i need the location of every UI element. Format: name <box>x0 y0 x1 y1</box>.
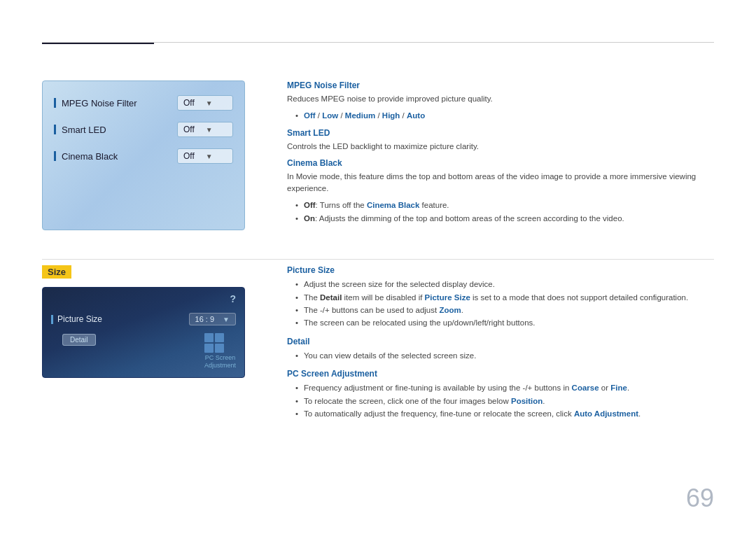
bullet-ps-1: Adjust the screen size for the selected … <box>295 278 714 290</box>
heading-picture-size: Picture Size <box>287 265 714 275</box>
menu-label-smart-led: Smart LED <box>62 125 106 135</box>
dropdown-value-cinema-black: Off <box>183 151 195 161</box>
content-area-lower: Picture Size Adjust the screen size for … <box>287 265 714 426</box>
heading-pc-screen: PC Screen Adjustment <box>287 369 714 379</box>
section-picture-size: Picture Size Adjust the screen size for … <box>287 265 714 330</box>
menu-item-smart-led: Smart LED Off ▼ <box>54 122 233 137</box>
text-cinema-black: In Movie mode, this feature dims the top… <box>287 171 714 195</box>
menu-panel-upper: MPEG Noise Filter Off ▼ Smart LED Off ▼ <box>42 80 245 230</box>
menu-item-cinema-black: Cinema Black Off ▼ <box>54 148 233 164</box>
size-menu-panel: ? Picture Size 16 : 9 ▼ Detail <box>42 287 245 378</box>
dropdown-value-mpeg: Off <box>183 98 195 108</box>
coarse-link: Coarse <box>572 384 599 392</box>
heading-mpeg: MPEG Noise Filter <box>287 80 714 90</box>
chevron-down-icon: ▼ <box>206 153 213 160</box>
heading-detail: Detail <box>287 337 714 346</box>
page-container: MPEG Noise Filter Off ▼ Smart LED Off ▼ <box>0 0 756 534</box>
bullet-pc-2: To relocate the screen, click one of the… <box>295 395 714 407</box>
icon-quad-4 <box>215 344 224 353</box>
mpeg-option-high: High <box>382 111 400 120</box>
text-mpeg: Reduces MPEG noise to provide improved p… <box>287 93 714 105</box>
sep1: / <box>316 111 323 120</box>
picture-size-link: Picture Size <box>425 293 470 302</box>
question-mark-icon: ? <box>230 293 236 304</box>
menu-label-cinema-black: Cinema Black <box>62 151 118 162</box>
menu-item-mpeg: MPEG Noise Filter Off ▼ <box>54 95 233 111</box>
chevron-down-icon: ▼ <box>206 99 213 107</box>
section-smart-led: Smart LED Controls the LED backlight to … <box>287 128 714 153</box>
pc-screen-text-line2: Adjustment <box>204 362 236 370</box>
chevron-down-icon: ▼ <box>223 316 230 323</box>
sep4: / <box>400 111 407 120</box>
size-bar-icon <box>51 315 53 324</box>
bullet-pc-3: To automatically adjust the frequency, f… <box>295 407 714 420</box>
auto-adjustment-link: Auto Adjustment <box>574 409 638 418</box>
upper-section: MPEG Noise Filter Off ▼ Smart LED Off ▼ <box>42 80 714 230</box>
section-detail: Detail You can view details of the selec… <box>287 337 714 362</box>
mpeg-option-auto: Auto <box>407 111 425 120</box>
heading-cinema-black: Cinema Black <box>287 158 714 168</box>
size-dropdown[interactable]: 16 : 9 ▼ <box>189 313 236 325</box>
section-pc-screen: PC Screen Adjustment Frequency adjustmen… <box>287 369 714 420</box>
bullet-pc-1: Frequency adjustment or fine-tuning is a… <box>295 381 714 394</box>
icon-quad-2 <box>215 333 224 342</box>
section-mpeg: MPEG Noise Filter Reduces MPEG noise to … <box>287 80 714 122</box>
section-cinema-black: Cinema Black In Movie mode, this feature… <box>287 158 714 225</box>
bullets-picture-size: Adjust the screen size for the selected … <box>287 278 714 330</box>
bullet-mpeg-options: Off / Low / Medium / High / Auto <box>295 109 714 122</box>
fine-link: Fine <box>610 384 627 392</box>
mpeg-option-medium: Medium <box>345 111 375 120</box>
dropdown-mpeg[interactable]: Off ▼ <box>177 95 233 111</box>
menu-label-mpeg: MPEG Noise Filter <box>62 98 137 108</box>
position-link: Position <box>511 397 542 405</box>
lower-section: Size ? Picture Size 16 : 9 ▼ Detail <box>42 265 714 426</box>
bullets-detail: You can view details of the selected scr… <box>287 349 714 362</box>
page-number: 69 <box>686 484 714 513</box>
pc-screen-icon <box>204 333 224 353</box>
pc-screen-area: PC Screen Adjustment <box>204 333 236 370</box>
chevron-down-icon: ▼ <box>206 126 213 134</box>
detail-button[interactable]: Detail <box>62 334 96 346</box>
dropdown-value-smart-led: Off <box>183 125 195 134</box>
bullet-ps-2: The Detail item will be disabled if Pict… <box>295 291 714 304</box>
mpeg-option-off: Off <box>304 111 316 120</box>
icon-quad-3 <box>204 344 214 353</box>
size-menu-item-picture: Picture Size 16 : 9 ▼ <box>51 313 236 325</box>
bullets-pc-screen: Frequency adjustment or fine-tuning is a… <box>287 381 714 420</box>
bullets-mpeg: Off / Low / Medium / High / Auto <box>287 109 714 122</box>
bullet-detail-1: You can view details of the selected scr… <box>295 349 714 362</box>
bullet-ps-3: The -/+ buttons can be used to adjust Zo… <box>295 304 714 316</box>
sep2: / <box>338 111 345 120</box>
size-dropdown-value: 16 : 9 <box>195 315 215 323</box>
icon-quad-1 <box>204 333 214 342</box>
zoom-link: Zoom <box>439 306 461 314</box>
on-label: On <box>304 214 315 223</box>
dropdown-smart-led[interactable]: Off ▼ <box>177 122 233 137</box>
cinema-black-link: Cinema Black <box>367 201 419 209</box>
menu-bar-icon <box>54 151 56 161</box>
menu-bar-icon <box>54 125 56 134</box>
text-smart-led: Controls the LED backlight to maximize p… <box>287 141 714 153</box>
off-label: Off <box>304 201 316 209</box>
sep3: / <box>375 111 382 120</box>
size-item-label-text: Picture Size <box>57 314 102 324</box>
top-rule <box>42 42 714 43</box>
bullet-cinema-off: Off: Turns off the Cinema Black feature. <box>295 199 714 211</box>
dropdown-cinema-black[interactable]: Off ▼ <box>177 148 233 164</box>
bullets-cinema-black: Off: Turns off the Cinema Black feature.… <box>287 199 714 225</box>
bullet-cinema-on: On: Adjusts the dimming of the top and b… <box>295 212 714 225</box>
mpeg-option-low: Low <box>322 111 338 120</box>
pc-screen-text-line1: PC Screen <box>204 354 236 363</box>
bullet-ps-4: The screen can be relocated using the up… <box>295 316 714 329</box>
mid-divider <box>42 259 714 260</box>
content-area-upper: MPEG Noise Filter Reduces MPEG noise to … <box>287 80 714 230</box>
detail-bold: Detail <box>320 293 342 302</box>
heading-smart-led: Smart LED <box>287 128 714 138</box>
menu-bar-icon <box>54 98 56 108</box>
size-left-panel: Size ? Picture Size 16 : 9 ▼ Detail <box>42 265 245 426</box>
size-label: Size <box>42 265 71 279</box>
